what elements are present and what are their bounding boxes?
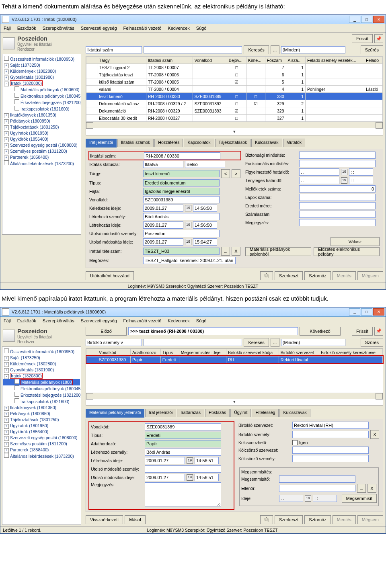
minimize-button[interactable]: _ bbox=[349, 308, 360, 316]
tenyleges-time[interactable] bbox=[349, 177, 373, 184]
tree-item[interactable]: Elektronikus példányok (180045 bbox=[3, 93, 80, 99]
col-header[interactable]: Feladó bbox=[364, 57, 382, 64]
tree-item[interactable]: Összesített információk (1800950) bbox=[3, 348, 80, 355]
menu-item[interactable]: Szerepkörváltás bbox=[43, 26, 74, 31]
tab[interactable]: Hozzáférés bbox=[154, 139, 183, 147]
ellenor-field[interactable] bbox=[279, 485, 355, 492]
refresh-button[interactable]: Frissít bbox=[352, 327, 373, 336]
nav-tree[interactable]: Összesített információk (1800950)+Saját … bbox=[2, 54, 81, 235]
tree-item[interactable]: +Szervezeti egység postái (1808000) bbox=[3, 435, 80, 441]
calendar-icon[interactable]: 19 bbox=[185, 222, 191, 228]
new-button[interactable]: Új bbox=[260, 271, 273, 280]
tree-item[interactable]: +Iktatókönyvek (1801350) bbox=[3, 405, 80, 411]
figyelm-time[interactable] bbox=[349, 168, 373, 176]
fajta-field[interactable] bbox=[143, 188, 220, 195]
modositas-date[interactable] bbox=[143, 238, 183, 246]
modosito-field[interactable] bbox=[143, 230, 220, 237]
menu-item[interactable]: Súgó bbox=[196, 318, 207, 323]
close-button[interactable]: ✕ bbox=[373, 16, 384, 23]
lapok-field[interactable] bbox=[299, 194, 376, 201]
targy-field[interactable] bbox=[143, 170, 220, 177]
modosito-field[interactable] bbox=[145, 465, 221, 473]
tree-item[interactable]: +Partnerek (1858400) bbox=[3, 447, 80, 453]
kolcsonzo-szemely-field[interactable] bbox=[292, 455, 369, 462]
records-grid[interactable]: VonalkódAdathordozóTípusMegsemmisítés id… bbox=[86, 348, 383, 406]
minimize-button[interactable]: _ bbox=[349, 16, 360, 23]
tree-item[interactable]: +Ügyiratok (1801950) bbox=[3, 130, 80, 136]
search-input[interactable] bbox=[144, 339, 242, 346]
tab[interactable]: Postázás bbox=[205, 409, 230, 417]
clear-button[interactable]: X bbox=[368, 484, 376, 493]
menu-item[interactable]: Fájl bbox=[4, 318, 11, 323]
col-header[interactable]: Kime... bbox=[246, 57, 265, 64]
prev-button[interactable]: Előző bbox=[86, 327, 127, 336]
belso-field[interactable] bbox=[185, 161, 225, 168]
col-header[interactable]: Típus bbox=[160, 349, 179, 356]
tree-item[interactable]: +Személyes postáim (1811200) bbox=[3, 441, 80, 447]
calendar-icon[interactable]: 19 bbox=[187, 474, 193, 481]
tab[interactable]: Irattárazás bbox=[177, 409, 204, 417]
cancel-button[interactable]: Mégsem bbox=[357, 271, 383, 280]
cancel-button[interactable]: Mégsem bbox=[357, 515, 383, 524]
tab[interactable]: Kapcsolatok bbox=[184, 139, 214, 147]
tree-item[interactable]: Elektronikus példányok (180045 bbox=[3, 385, 80, 392]
tree-item[interactable]: Összesített információk (1800950) bbox=[3, 56, 80, 62]
tree-item[interactable]: +Gyorsiktatás (1801900) bbox=[3, 74, 80, 80]
next-button[interactable]: Következő bbox=[300, 327, 341, 336]
col-header[interactable]: Főszám bbox=[265, 57, 286, 64]
megsemmisit-button[interactable]: Megsemmisít bbox=[342, 494, 377, 503]
menu-item[interactable]: Kedvencek bbox=[168, 26, 189, 31]
tree-item[interactable]: +Küldemények (1802800) bbox=[3, 68, 80, 74]
calendar-icon[interactable]: 19 bbox=[341, 169, 347, 175]
letrehozas-time[interactable] bbox=[193, 221, 217, 229]
tree-item[interactable]: Materiális példányok (1800600) bbox=[3, 86, 80, 93]
tab[interactable]: Irat jellemzői bbox=[145, 409, 176, 417]
save-button[interactable]: Mentés bbox=[333, 515, 356, 524]
letrehozo-field[interactable] bbox=[143, 213, 220, 220]
grid-expand-icon[interactable]: ▾ bbox=[86, 128, 383, 135]
tree-item[interactable]: Érkeztetési bejegyzés (1821200) bbox=[3, 392, 80, 398]
nav-tree[interactable]: Összesített információk (1800950)+Saját … bbox=[2, 346, 81, 525]
tree-item[interactable]: Általános lekérdezések (1873200) bbox=[3, 453, 80, 459]
tab[interactable]: Tájékoztatások bbox=[215, 139, 251, 147]
clear-button[interactable]: X bbox=[232, 247, 240, 256]
adathordozo-field[interactable] bbox=[145, 440, 221, 447]
edit-button[interactable]: Szerkeszt bbox=[275, 515, 303, 524]
tree-item[interactable]: Iratkapcsolatok (1821600) bbox=[3, 106, 80, 112]
letrehozas-date[interactable] bbox=[145, 457, 185, 464]
titlebar[interactable]: V2.6.812.1701 : Iratok (1820800) _ □ ✕ bbox=[0, 15, 386, 24]
birtoklo-szervezet-field[interactable] bbox=[292, 422, 369, 429]
search-category[interactable] bbox=[86, 339, 142, 346]
megjegyzes-field[interactable] bbox=[299, 219, 376, 226]
tree-item[interactable]: +Saját (1873250) bbox=[3, 355, 80, 361]
grid-hscroll[interactable] bbox=[86, 122, 383, 128]
menu-item[interactable]: Eszközök bbox=[17, 26, 36, 31]
col-header[interactable]: Bejöv... bbox=[227, 57, 246, 64]
birtoklo-szemely-field[interactable] bbox=[292, 431, 369, 438]
vonalkod-field[interactable] bbox=[143, 196, 220, 203]
tipus-field[interactable] bbox=[143, 179, 220, 186]
megjegyzes-field[interactable] bbox=[145, 482, 221, 506]
menu-item[interactable]: Felhasználó vezető bbox=[123, 26, 162, 31]
tab[interactable]: Kulcsszavak bbox=[279, 409, 310, 417]
kolcsonozheto-checkbox[interactable] bbox=[292, 440, 298, 445]
tree-item[interactable]: +Ügykörök (1856400) bbox=[3, 136, 80, 142]
calendar-icon[interactable]: 19 bbox=[187, 457, 193, 464]
scope-select[interactable] bbox=[281, 46, 345, 53]
tab[interactable]: Kulcsszavak bbox=[251, 139, 282, 147]
calendar-icon[interactable]: 19 bbox=[305, 495, 311, 502]
tab[interactable]: Mutatók bbox=[283, 139, 305, 147]
utoirat-button[interactable]: Utóiratként hozzáad bbox=[86, 271, 134, 280]
table-row[interactable]: Dokumentáció válaszRH-2008 / 00329 / 2SZ… bbox=[86, 100, 383, 107]
table-row[interactable]: Tájékoztatás tesztTT-2008 / 00006□61 bbox=[86, 71, 383, 78]
col-header[interactable]: Alszá... bbox=[286, 57, 306, 64]
tree-item[interactable]: -Iratok (1820800) bbox=[3, 373, 80, 379]
tree-item[interactable]: +Partnerek (1858400) bbox=[3, 154, 80, 160]
col-header[interactable]: Megsemmisítés ideje bbox=[179, 349, 226, 356]
pin-button[interactable]: 📌 bbox=[374, 34, 383, 43]
col-header[interactable]: Birtokló szervezet kódja bbox=[226, 349, 279, 356]
modositas-time[interactable] bbox=[193, 238, 217, 246]
tab[interactable]: Irat jellemzői bbox=[86, 139, 117, 148]
col-header[interactable]: Iktatási szám bbox=[146, 57, 193, 64]
tree-item[interactable]: +Tájékoztatások (1801250) bbox=[3, 124, 80, 130]
